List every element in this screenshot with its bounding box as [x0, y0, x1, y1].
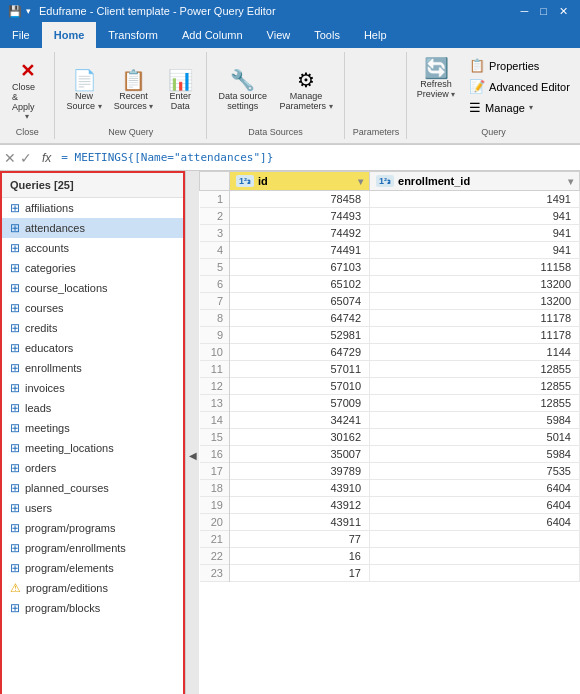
tab-add-column[interactable]: Add Column [170, 22, 255, 48]
sidebar-item-meeting-locations[interactable]: ⊞ meeting_locations [2, 438, 183, 458]
manage-parameters-button[interactable]: ⚙ ManageParameters ▾ [274, 68, 337, 113]
sidebar-item-program-enrollments[interactable]: ⊞ program/enrollments [2, 538, 183, 558]
table-row[interactable]: 135700912855 [200, 395, 580, 412]
table-row[interactable]: 15301625014 [200, 429, 580, 446]
table-row[interactable]: 76507413200 [200, 293, 580, 310]
query-group-label: Query [411, 125, 576, 139]
cell-enrollment-id: 13200 [370, 276, 580, 293]
new-source-label: NewSource ▾ [67, 91, 102, 111]
cell-id: 43911 [230, 514, 370, 531]
sidebar-item-orders[interactable]: ⊞ orders [2, 458, 183, 478]
column-header-id[interactable]: 1²₃ id ▾ [230, 172, 370, 191]
quick-access-arrow[interactable]: ▾ [26, 6, 31, 16]
table-row[interactable]: 16350075984 [200, 446, 580, 463]
table-icon: ⊞ [10, 341, 20, 355]
table-row[interactable]: 2317 [200, 565, 580, 582]
row-number-cell: 3 [200, 225, 230, 242]
data-source-settings-button[interactable]: 🔧 Data sourcesettings [213, 68, 272, 113]
sidebar-header: Queries [25] [2, 173, 183, 198]
query-label-planned-courses: planned_courses [25, 482, 109, 494]
data-source-settings-label: Data sourcesettings [219, 91, 268, 111]
sidebar-item-users[interactable]: ⊞ users [2, 498, 183, 518]
properties-button[interactable]: 📋 Properties [463, 56, 576, 75]
table-row[interactable]: 115701112855 [200, 361, 580, 378]
col-sort-enrollment-id[interactable]: ▾ [568, 176, 573, 187]
tab-help[interactable]: Help [352, 22, 399, 48]
close-apply-arrow[interactable]: ▾ [25, 112, 29, 121]
tab-transform[interactable]: Transform [96, 22, 170, 48]
sidebar-item-attendances[interactable]: ⊞ attendances [2, 218, 183, 238]
query-label-courses: courses [25, 302, 64, 314]
maximize-icon[interactable]: □ [536, 5, 551, 18]
cell-id: 77 [230, 531, 370, 548]
table-row[interactable]: 2177 [200, 531, 580, 548]
new-source-button[interactable]: 📄 NewSource ▾ [61, 68, 106, 113]
sidebar-item-credits[interactable]: ⊞ credits [2, 318, 183, 338]
table-row[interactable]: 17397897535 [200, 463, 580, 480]
advanced-editor-button[interactable]: 📝 Advanced Editor [463, 77, 576, 96]
table-row[interactable]: 2216 [200, 548, 580, 565]
minimize-icon[interactable]: ─ [517, 5, 533, 18]
formula-cancel-icon[interactable]: ✕ [4, 150, 16, 166]
table-icon: ⊞ [10, 381, 20, 395]
table-row[interactable]: 10647291144 [200, 344, 580, 361]
table-row[interactable]: 14342415984 [200, 412, 580, 429]
tab-tools[interactable]: Tools [302, 22, 352, 48]
col-sort-id[interactable]: ▾ [358, 176, 363, 187]
ribbon-group-new-query: 📄 NewSource ▾ 📋 RecentSources ▾ 📊 EnterD… [55, 52, 207, 139]
row-number-cell: 21 [200, 531, 230, 548]
column-header-enrollment-id[interactable]: 1²₃ enrollment_id ▾ [370, 172, 580, 191]
table-row[interactable]: 18439106404 [200, 480, 580, 497]
table-row[interactable]: 374492941 [200, 225, 580, 242]
refresh-preview-button[interactable]: 🔄 RefreshPreview ▾ [411, 56, 461, 101]
sidebar-item-enrollments[interactable]: ⊞ enrollments [2, 358, 183, 378]
sidebar-item-program-programs[interactable]: ⊞ program/programs [2, 518, 183, 538]
table-row[interactable]: 19439126404 [200, 497, 580, 514]
table-row[interactable]: 56710311158 [200, 259, 580, 276]
query-label-credits: credits [25, 322, 57, 334]
table-row[interactable]: 1784581491 [200, 191, 580, 208]
cell-enrollment-id: 6404 [370, 514, 580, 531]
sidebar-item-categories[interactable]: ⊞ categories [2, 258, 183, 278]
sidebar-item-leads[interactable]: ⊞ leads [2, 398, 183, 418]
sidebar-collapse-button[interactable]: ◀ [185, 171, 199, 694]
grid-container[interactable]: 1²₃ id ▾ 1²₃ enrollment_id ▾ [199, 171, 580, 694]
sidebar-item-program-elements[interactable]: ⊞ program/elements [2, 558, 183, 578]
title-bar: 💾 ▾ Eduframe - Client template - Power Q… [0, 0, 580, 22]
cell-enrollment-id: 941 [370, 225, 580, 242]
sidebar-item-accounts[interactable]: ⊞ accounts [2, 238, 183, 258]
table-row[interactable]: 86474211178 [200, 310, 580, 327]
tab-home[interactable]: Home [42, 22, 97, 48]
sidebar-item-course-locations[interactable]: ⊞ course_locations [2, 278, 183, 298]
query-list[interactable]: ⊞ affiliations ⊞ attendances ⊞ accounts … [2, 198, 183, 694]
recent-sources-button[interactable]: 📋 RecentSources ▾ [109, 68, 159, 113]
tab-file[interactable]: File [0, 22, 42, 48]
row-number-cell: 13 [200, 395, 230, 412]
query-label-program-editions: program/editions [26, 582, 108, 594]
sidebar-item-courses[interactable]: ⊞ courses [2, 298, 183, 318]
sidebar-item-program-editions[interactable]: ⚠ program/editions [2, 578, 183, 598]
sidebar-item-invoices[interactable]: ⊞ invoices [2, 378, 183, 398]
sidebar-item-educators[interactable]: ⊞ educators [2, 338, 183, 358]
manage-button[interactable]: ☰ Manage ▾ [463, 98, 576, 117]
close-window-icon[interactable]: ✕ [555, 5, 572, 18]
query-label-program-blocks: program/blocks [25, 602, 100, 614]
table-row[interactable]: 20439116404 [200, 514, 580, 531]
tab-view[interactable]: View [255, 22, 303, 48]
cell-id: 74491 [230, 242, 370, 259]
ribbon-group-close: ✕ Close &Apply ▾ Close [0, 52, 55, 139]
table-row[interactable]: 95298111178 [200, 327, 580, 344]
table-row[interactable]: 274493941 [200, 208, 580, 225]
row-number-cell: 22 [200, 548, 230, 565]
table-icon: ⊞ [10, 281, 20, 295]
sidebar-item-planned-courses[interactable]: ⊞ planned_courses [2, 478, 183, 498]
sidebar-item-affiliations[interactable]: ⊞ affiliations [2, 198, 183, 218]
formula-confirm-icon[interactable]: ✓ [20, 150, 32, 166]
table-row[interactable]: 66510213200 [200, 276, 580, 293]
table-row[interactable]: 125701012855 [200, 378, 580, 395]
sidebar-item-program-blocks[interactable]: ⊞ program/blocks [2, 598, 183, 618]
table-row[interactable]: 474491941 [200, 242, 580, 259]
close-apply-button[interactable]: ✕ Close &Apply ▾ [6, 56, 48, 125]
enter-data-button[interactable]: 📊 EnterData [160, 68, 200, 113]
sidebar-item-meetings[interactable]: ⊞ meetings [2, 418, 183, 438]
